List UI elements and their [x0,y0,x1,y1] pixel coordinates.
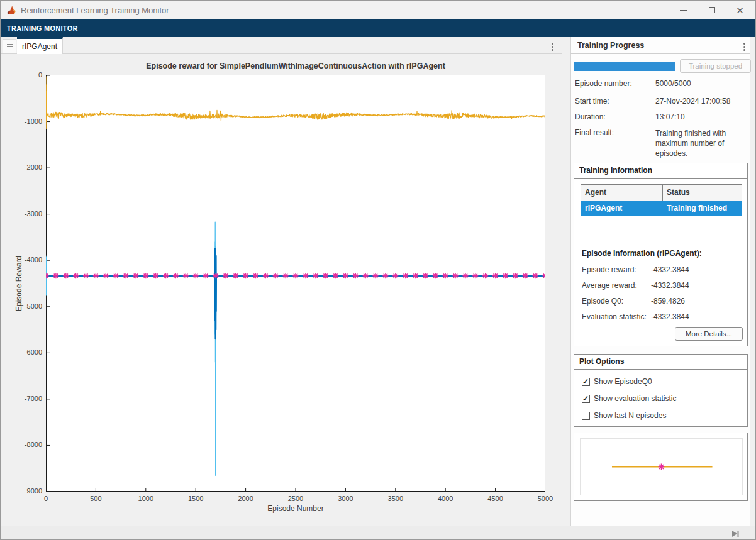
training-plot-panel: Episode reward for SimplePendlumWithImag… [1,54,562,526]
status-bar [1,526,755,540]
y-axis-label: Episode Reward [14,249,23,318]
checkbox-icon [582,395,590,403]
episode-q0-value: -859.4826 [651,297,685,306]
document-tab-bar: rIPGAgent [1,37,562,54]
column-header-agent: Agent [581,185,663,201]
x-tick-label: 2500 [277,495,314,502]
chart-title: Episode reward for SimplePendlumWithImag… [46,62,545,70]
episode-reward-plot[interactable] [46,75,545,492]
progress-bar [574,62,675,71]
agent-status-table[interactable]: Agent Status rIPGAgent Training finished [581,184,742,243]
x-tick-label: 5000 [526,495,564,502]
y-tick-label: -1000 [9,118,42,125]
table-header-row: Agent Status [581,185,742,201]
y-tick-label: -6000 [9,348,42,356]
matlab-logo-icon [7,5,17,15]
episode-q0-label: Episode Q0: [582,297,623,306]
ribbon-toolstrip: TRAINING MONITOR [1,19,755,37]
x-axis-label: Episode Number [46,504,545,513]
y-tick-label: 0 [9,71,42,79]
show-episodeq0-checkbox[interactable]: Show EpisodeQ0 [582,377,652,386]
status-cell: Training finished [663,201,742,216]
more-details-button[interactable]: More Details... [675,327,743,341]
start-time-value: 27-Nov-2024 17:00:58 [655,97,730,106]
table-row[interactable]: rIPGAgent Training finished [581,201,742,216]
training-progress-header: Training Progress [570,37,750,54]
column-header-status: Status [663,185,742,201]
training-stopped-button[interactable]: Training stopped [680,59,751,73]
training-progress-panel: Training stopped Episode number: 5000/50… [570,54,750,526]
maximize-icon [709,7,715,13]
episode-info-title: Episode Information (rIPGAgent): [582,249,702,258]
progress-bar-fill [574,62,675,71]
app-window: Reinforcement Learning Training Monitor … [0,0,756,540]
minimize-icon [680,10,687,11]
y-tick-label: -2000 [9,163,42,171]
kebab-menu-icon [743,41,745,52]
skip-forward-icon[interactable] [730,529,740,539]
y-tick-label: -7000 [9,395,42,402]
checkbox-icon [582,412,590,420]
y-tick-label: -3000 [9,210,42,218]
window-title: Reinforcement Learning Training Monitor [21,6,169,15]
checkbox-label: Show EpisodeQ0 [594,377,652,386]
list-icon [7,43,13,50]
reward-preview-section [574,433,748,501]
checkbox-label: Show last N episodes [594,411,666,420]
show-last-n-episodes-checkbox[interactable]: Show last N episodes [582,411,666,420]
x-tick-label: 1000 [127,495,165,502]
close-button[interactable]: ✕ [726,1,754,19]
episode-reward-value: -4332.3844 [651,265,689,274]
tab-list-button[interactable] [3,39,16,53]
y-tick-label: -8000 [9,441,42,448]
checkbox-icon [582,378,590,386]
minimize-button[interactable] [669,1,698,19]
start-time-label: Start time: [575,97,609,106]
duration-value: 13:07:10 [655,113,685,121]
evaluation-statistic-label: Evaluation statistic: [582,312,647,321]
x-tick-label: 0 [27,495,65,502]
training-information-section: Training Information Agent Status rIPGAg… [574,163,748,346]
section-title: Training Information [574,163,747,179]
show-evaluation-statistic-checkbox[interactable]: Show evaluation statistic [582,394,676,403]
panel-title: Training Progress [577,41,644,50]
maximize-button[interactable] [698,1,726,19]
reward-preview-plot[interactable] [580,438,743,495]
ribbon-tab-label[interactable]: TRAINING MONITOR [7,25,78,32]
duration-label: Duration: [575,113,606,121]
checkbox-label: Show evaluation statistic [594,394,676,403]
tab-label: rIPGAgent [22,42,57,51]
average-reward-label: Average reward: [582,281,637,290]
x-tick-label: 3500 [377,495,414,502]
right-gutter [750,37,756,526]
plot-options-section: Plot Options Show EpisodeQ0 Show evaluat… [574,354,748,427]
titlebar: Reinforcement Learning Training Monitor … [1,1,755,19]
evaluation-statistic-value: -4332.3844 [651,312,689,321]
kebab-menu-icon [552,41,553,52]
y-tick-label: -9000 [9,487,42,495]
average-reward-value: -4332.3844 [651,281,689,290]
episode-number-value: 5000/5000 [655,79,691,88]
x-tick-label: 4500 [477,495,514,502]
close-icon: ✕ [736,6,744,15]
x-tick-label: 500 [77,495,114,502]
section-title: Plot Options [574,355,747,370]
tab-rlpgagent[interactable]: rIPGAgent [17,37,63,54]
x-tick-label: 4000 [426,495,464,502]
agent-cell: rIPGAgent [581,201,663,216]
final-result-value: Training finished with maximum number of… [655,128,750,159]
final-result-label: Final result: [575,128,614,137]
x-tick-label: 3000 [326,495,364,502]
episode-number-label: Episode number: [575,79,632,88]
x-tick-label: 1500 [177,495,214,502]
episode-reward-label: Episode reward: [582,265,636,274]
x-tick-label: 2000 [227,495,265,502]
